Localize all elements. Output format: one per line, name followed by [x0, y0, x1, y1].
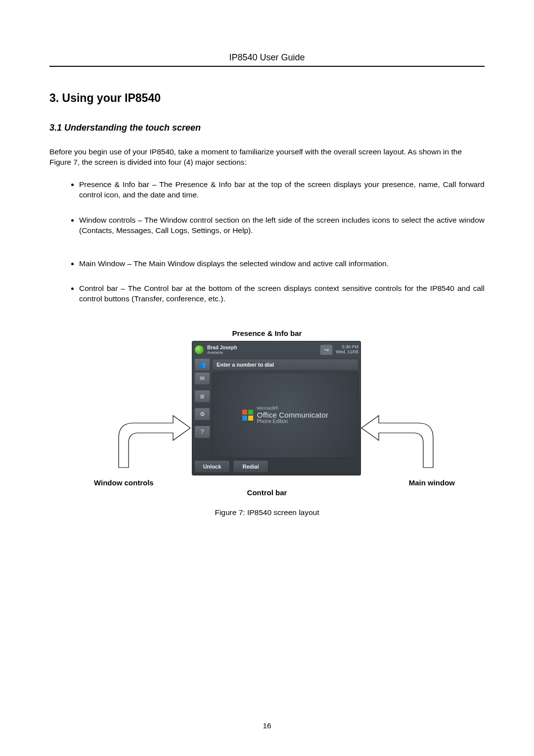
- logo-line2: Office Communicator: [257, 411, 328, 419]
- list-item: Window controls – The Window control sec…: [79, 215, 485, 236]
- label-control-bar: Control bar: [247, 488, 287, 497]
- label-window-controls: Window controls: [94, 478, 154, 487]
- call-logs-icon[interactable]: ≣: [194, 390, 210, 403]
- user-status: Available: [207, 350, 237, 355]
- arrow-left: [109, 403, 193, 472]
- presence-text: Brad Joseph Available: [207, 345, 237, 355]
- bullet-list: Presence & Info bar – The Presence & Inf…: [49, 180, 485, 304]
- settings-icon[interactable]: ⚙: [194, 408, 210, 421]
- datetime-display: 5:30 PM Wed, 11/05: [336, 345, 358, 355]
- logo-line3: Phone Edition: [257, 419, 328, 425]
- page-header: IP8540 User Guide: [49, 52, 485, 63]
- document-page: IP8540 User Guide 3. Using your IP8540 3…: [0, 0, 534, 756]
- intro-paragraph: Before you begin use of your IP8540, tak…: [49, 147, 485, 168]
- dial-row: 👥 Enter a number to dial: [192, 358, 360, 371]
- communicator-logo: Microsoft® Office Communicator Phone Edi…: [242, 406, 328, 424]
- header-title: IP8540 User Guide: [229, 52, 305, 62]
- user-name: Brad Joseph: [207, 345, 237, 350]
- device-screenshot: Brad Joseph Available ↪ 5:30 PM Wed, 11/…: [192, 341, 361, 475]
- subsection-title: 3.1 Understanding the touch screen: [49, 123, 485, 133]
- call-forward-icon[interactable]: ↪: [320, 344, 333, 355]
- label-presence-info-bar: Presence & Info bar: [232, 329, 302, 337]
- section-title: 3. Using your IP8540: [49, 92, 485, 105]
- help-icon[interactable]: ?: [194, 425, 210, 438]
- list-item: Control bar – The Control bar at the bot…: [79, 284, 485, 304]
- list-item: Presence & Info bar – The Presence & Inf…: [79, 180, 485, 200]
- list-item: Main Window – The Main Window displays t…: [79, 259, 485, 269]
- page-number: 16: [263, 721, 271, 730]
- unlock-button[interactable]: Unlock: [194, 460, 230, 473]
- arrow-right: [359, 403, 443, 472]
- presence-info-bar[interactable]: Brad Joseph Available ↪ 5:30 PM Wed, 11/…: [192, 341, 360, 358]
- messages-icon[interactable]: ✉: [194, 372, 210, 385]
- main-window-pane[interactable]: Microsoft® Office Communicator Phone Edi…: [212, 372, 358, 458]
- window-controls-column: ✉ ≣ ⚙ ?: [194, 372, 210, 438]
- presence-indicator-icon[interactable]: [194, 345, 204, 355]
- dial-input[interactable]: Enter a number to dial: [212, 359, 358, 371]
- dial-placeholder: Enter a number to dial: [217, 362, 274, 368]
- header-rule: [49, 66, 485, 67]
- logo-text: Microsoft® Office Communicator Phone Edi…: [257, 406, 328, 424]
- logo-tiles-icon: [242, 410, 253, 421]
- figure-caption: Figure 7: IP8540 screen layout: [215, 508, 319, 517]
- contacts-icon[interactable]: 👥: [194, 358, 210, 371]
- label-main-window: Main window: [409, 478, 455, 487]
- redial-button[interactable]: Redial: [233, 460, 268, 473]
- date-text: Wed, 11/05: [336, 350, 358, 355]
- figure-region: Presence & Info bar Window controls Main…: [49, 329, 485, 517]
- control-bar: Unlock Redial: [194, 460, 358, 473]
